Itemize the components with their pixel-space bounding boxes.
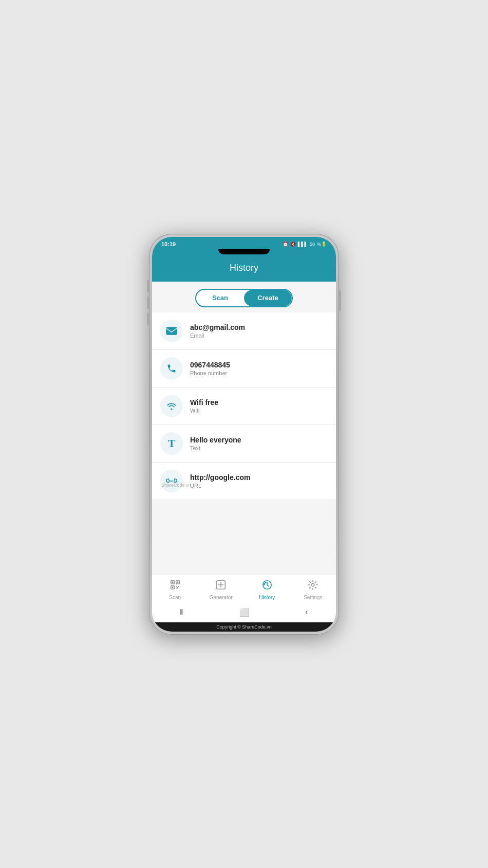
generator-nav-icon [215,579,227,593]
generator-nav-label: Generator [210,595,233,600]
create-toggle-btn[interactable]: Create [244,290,292,306]
email-title: abc@gmail.com [190,323,245,331]
phone-icon-circle [160,357,183,380]
svg-rect-4 [172,581,173,583]
nav-scan[interactable]: Scan [152,579,198,600]
signal-icon: ▌▌▌ [298,242,308,247]
phone-item-text: 0967448845 Phone number [190,361,230,376]
wifi-icon [166,402,177,410]
scan-nav-label: Scan [169,595,181,600]
scan-create-toggle[interactable]: Scan Create [195,289,293,307]
url-subtitle: URL [190,483,250,489]
mute-icon: 🔇 [290,242,296,247]
list-item[interactable]: T Hello everyone Text [152,425,336,463]
settings-nav-icon [307,579,318,593]
scan-toggle-btn[interactable]: Scan [196,290,244,306]
status-bar: 10:19 ⏰ 🔇 ▌▌▌ 58 %🔋 [152,237,336,249]
list-item[interactable]: Wifi free Wifi [152,387,336,425]
phone-title: 0967448845 [190,361,230,369]
url-icon-circle [160,470,183,492]
url-item-text: http://google.com URL [190,473,250,489]
history-list: abc@gmail.com Email 0967448845 Phone num… [152,312,336,575]
battery-icon: %🔋 [317,242,327,247]
list-item[interactable]: abc@gmail.com Email [152,312,336,350]
url-title: http://google.com [190,473,250,482]
android-back-btn[interactable]: ‹ [305,607,308,617]
notch-area [152,249,336,257]
svg-rect-6 [172,586,173,588]
page-title: History [230,263,258,273]
app-header: History [152,257,336,282]
status-time: 10:19 [161,241,176,247]
wifi-subtitle: Wifi [190,408,218,414]
phone-icon [166,363,177,374]
bottom-nav: Scan Generator [152,575,336,603]
text-subtitle: Text [190,445,241,451]
wifi-icon-circle [160,395,183,417]
android-nav: ⦀ ⬜ ‹ [152,603,336,622]
history-nav-icon [261,579,273,593]
phone-subtitle: Phone number [190,370,230,376]
nav-settings[interactable]: Settings [290,579,336,600]
scan-nav-icon [170,579,181,593]
toggle-container: Scan Create [152,282,336,312]
history-nav-label: History [259,595,275,600]
nav-generator[interactable]: Generator [198,579,245,600]
wifi-title: Wifi free [190,398,218,407]
text-icon: T [168,437,176,450]
text-item-text: Hello everyone Text [190,436,241,451]
list-item[interactable]: 0967448845 Phone number [152,350,336,387]
svg-rect-0 [166,327,177,335]
alarm-icon: ⏰ [283,242,288,247]
android-home-btn[interactable]: ⬜ [239,607,250,617]
battery-level: 58 [310,242,315,247]
email-item-text: abc@gmail.com Email [190,323,245,339]
email-icon-circle [160,320,183,342]
text-title: Hello everyone [190,436,241,444]
list-item[interactable]: http://google.com URL [152,463,336,500]
text-icon-circle: T [160,432,183,455]
svg-point-9 [312,583,315,586]
watermark: ShareCode.vn [161,483,191,488]
email-subtitle: Email [190,333,245,339]
android-menu-btn[interactable]: ⦀ [180,607,183,617]
svg-rect-5 [177,581,178,583]
notch [218,249,270,254]
nav-history[interactable]: History [244,579,290,600]
copyright-bar: Copyright © ShareCode.vn [152,622,336,632]
settings-nav-label: Settings [304,595,322,600]
email-icon [166,327,177,335]
status-icons: ⏰ 🔇 ▌▌▌ 58 %🔋 [283,242,327,247]
wifi-item-text: Wifi free Wifi [190,398,218,414]
